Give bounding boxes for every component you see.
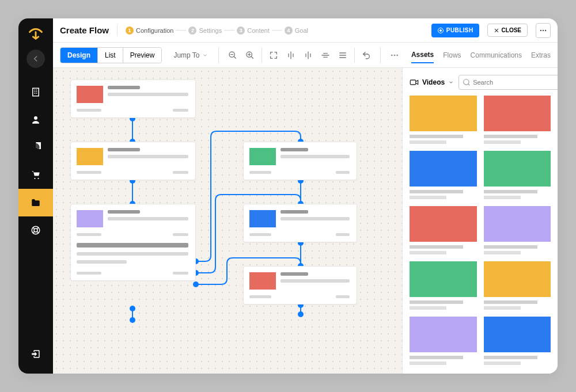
align-center-button[interactable] <box>317 47 334 63</box>
back-button[interactable] <box>26 50 45 68</box>
align-h-button[interactable] <box>283 47 299 63</box>
publish-label: PUBLISH <box>446 27 473 33</box>
panel-tab-extras[interactable]: Extras <box>531 48 551 63</box>
svg-point-3 <box>37 178 39 179</box>
flow-node[interactable] <box>70 204 196 281</box>
close-button[interactable]: CLOSE <box>487 24 528 37</box>
flow-node[interactable] <box>243 142 357 180</box>
wizard-steps: 1Configuration2Settings3Content4Goal <box>126 26 308 35</box>
publish-button[interactable]: PUBLISH <box>431 24 479 37</box>
align-justify-button[interactable] <box>335 47 351 63</box>
svg-point-9 <box>543 29 544 31</box>
flow-node[interactable] <box>243 204 357 242</box>
zoom-out-button[interactable] <box>225 47 241 63</box>
asset-search-input[interactable] <box>458 75 558 90</box>
toolbar: DesignListPreview Jump To AssetsFlowsCom… <box>53 43 558 68</box>
svg-point-21 <box>130 317 135 323</box>
app-logo <box>26 24 45 43</box>
flow-node[interactable] <box>70 79 196 118</box>
asset-tile[interactable] <box>484 96 551 144</box>
sidebar-item-pie[interactable] <box>18 134 53 161</box>
svg-point-31 <box>298 311 304 317</box>
svg-rect-0 <box>33 88 39 96</box>
svg-point-24 <box>193 281 199 287</box>
overflow-menu-button[interactable] <box>536 23 551 38</box>
expand-button[interactable] <box>266 47 282 63</box>
asset-tile[interactable] <box>410 151 477 199</box>
asset-tile[interactable] <box>484 151 551 199</box>
svg-point-8 <box>540 29 541 31</box>
assets-panel: Videos <box>402 68 558 374</box>
svg-point-5 <box>34 229 37 232</box>
panel-tab-flows[interactable]: Flows <box>443 48 461 63</box>
flow-node[interactable] <box>70 142 196 180</box>
sidebar-item-user[interactable] <box>18 106 53 134</box>
view-mode-list[interactable]: List <box>98 48 123 63</box>
wizard-step-content[interactable]: 3Content <box>237 26 270 35</box>
align-v-button[interactable] <box>300 47 316 63</box>
page-title: Create Flow <box>60 25 109 35</box>
sidebar-item-logout[interactable] <box>18 340 53 368</box>
svg-rect-32 <box>410 80 415 85</box>
asset-tile[interactable] <box>410 96 477 144</box>
close-label: CLOSE <box>502 27 521 33</box>
wizard-step-configuration[interactable]: 1Configuration <box>126 26 173 35</box>
asset-tile[interactable] <box>484 206 551 254</box>
wizard-step-goal[interactable]: 4Goal <box>285 26 308 35</box>
left-sidebar <box>18 18 53 374</box>
svg-point-20 <box>130 306 135 311</box>
undo-button[interactable] <box>358 47 374 63</box>
svg-point-14 <box>393 54 395 56</box>
video-icon <box>410 78 419 87</box>
flow-node[interactable] <box>243 266 357 305</box>
header-bar: Create Flow 1Configuration2Settings3Cont… <box>53 18 558 43</box>
zoom-in-button[interactable] <box>242 47 258 63</box>
view-mode-segment: DesignListPreview <box>60 47 162 63</box>
svg-point-2 <box>34 178 35 179</box>
sidebar-item-building[interactable] <box>18 78 53 106</box>
asset-tile[interactable] <box>484 317 551 365</box>
svg-point-1 <box>34 116 37 120</box>
sidebar-item-cart[interactable] <box>18 161 53 189</box>
flow-canvas[interactable] <box>53 68 402 374</box>
chevron-down-icon <box>448 79 454 85</box>
asset-type-dropdown[interactable]: Videos <box>410 78 454 87</box>
panel-tab-communications[interactable]: Communications <box>471 48 522 63</box>
asset-tile[interactable] <box>410 206 477 254</box>
svg-point-13 <box>391 54 393 56</box>
svg-point-10 <box>545 29 546 31</box>
svg-point-15 <box>396 54 398 56</box>
svg-point-7 <box>439 29 441 31</box>
asset-tile[interactable] <box>410 261 477 310</box>
view-mode-design[interactable]: Design <box>60 48 98 63</box>
wizard-step-settings[interactable]: 2Settings <box>188 26 222 35</box>
asset-tile[interactable] <box>410 317 477 365</box>
toolbar-more-button[interactable] <box>386 47 403 63</box>
asset-tile[interactable] <box>484 261 551 310</box>
panel-tab-assets[interactable]: Assets <box>411 47 434 63</box>
view-mode-preview[interactable]: Preview <box>123 48 162 63</box>
sidebar-item-life-ring[interactable] <box>18 216 53 244</box>
sidebar-item-folder[interactable] <box>18 189 53 216</box>
jump-to-dropdown[interactable]: Jump To <box>169 49 212 62</box>
